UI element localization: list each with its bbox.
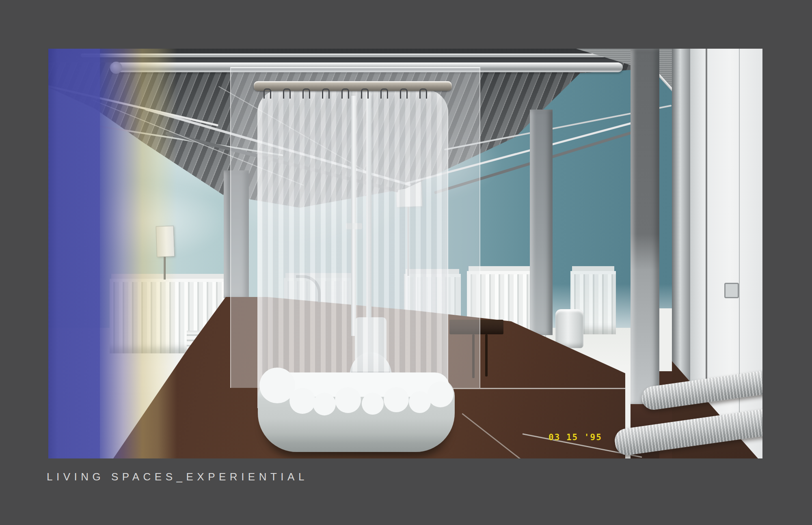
- column-center-right: [530, 110, 553, 335]
- bath-foam: [384, 387, 409, 412]
- curtain-hook: [341, 88, 349, 99]
- bath-foam: [428, 381, 454, 407]
- curtain-hook: [263, 88, 271, 99]
- curtain-hook: [419, 88, 427, 99]
- curtain-hook: [361, 88, 369, 99]
- slide-caption: LIVING SPACES_EXPERIENTIAL: [47, 471, 308, 483]
- slide-background: 03 15 '95 LIVING SPACES_EXPERIENTIAL: [0, 0, 812, 525]
- bath-foam: [313, 393, 336, 415]
- architectural-rendering: 03 15 '95: [48, 49, 762, 458]
- side-table-leg: [485, 334, 488, 377]
- curtain-hook: [302, 88, 310, 99]
- floor-seam: [449, 388, 626, 389]
- curtain-hook: [380, 88, 388, 99]
- curtain-hook: [322, 88, 330, 99]
- shower-curtain: [257, 89, 448, 408]
- bath-foam: [289, 388, 315, 414]
- bath-foam: [335, 387, 361, 413]
- curtain-hook: [400, 88, 408, 99]
- cylinder-drum: [555, 309, 583, 348]
- door-handle: [724, 283, 739, 298]
- bath-foam: [362, 393, 384, 415]
- curtain-hook: [283, 88, 291, 99]
- right-slice-ground: [659, 308, 672, 377]
- date-stamp: 03 15 '95: [549, 432, 602, 442]
- column-right-large: [631, 49, 659, 405]
- blue-gradient-strip: [48, 49, 100, 458]
- blue-yellow-fade: [100, 49, 177, 458]
